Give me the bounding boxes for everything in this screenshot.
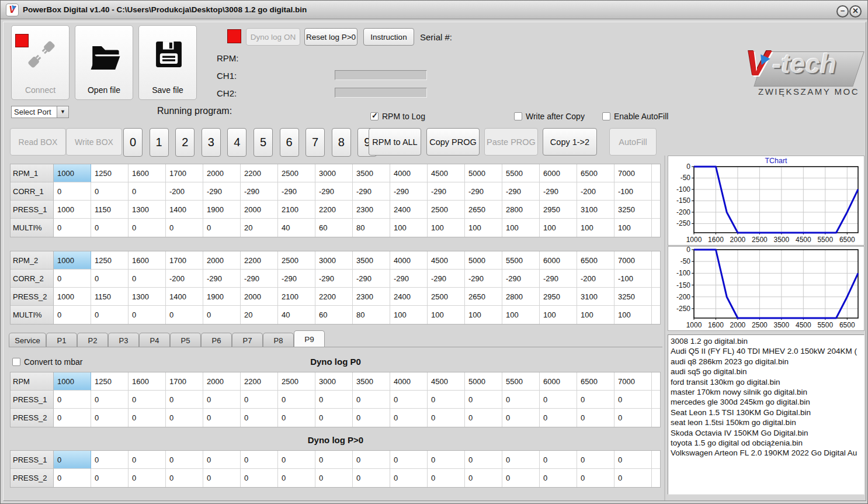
digit-button-4[interactable]: 4 bbox=[227, 128, 246, 157]
rpm-to-log-checkbox-box[interactable] bbox=[370, 112, 379, 120]
table-cell[interactable]: 0 bbox=[129, 391, 166, 409]
table-cell[interactable]: 2200 bbox=[241, 251, 278, 270]
tab-p5[interactable]: P5 bbox=[170, 333, 201, 347]
table-cell[interactable]: -100 bbox=[614, 270, 652, 288]
tab-p4[interactable]: P4 bbox=[139, 333, 170, 347]
file-item[interactable]: audi q8 286km 2023 go digital.bin bbox=[671, 357, 862, 367]
table-cell[interactable]: 2500 bbox=[428, 288, 465, 306]
tab-p7[interactable]: P7 bbox=[232, 333, 263, 347]
table-cell[interactable]: 0 bbox=[315, 469, 353, 487]
table-cell[interactable]: 4000 bbox=[390, 251, 428, 270]
file-item[interactable]: audi sq5 go digital.bin bbox=[671, 367, 862, 377]
table-cell[interactable]: -200 bbox=[577, 270, 614, 288]
table-cell[interactable]: 2300 bbox=[353, 201, 390, 219]
table-cell[interactable]: 0 bbox=[91, 391, 129, 409]
table-cell[interactable]: 0 bbox=[465, 409, 502, 427]
table-cell[interactable]: -290 bbox=[353, 270, 390, 288]
table-cell[interactable]: 0 bbox=[502, 409, 540, 427]
table-cell[interactable]: 1150 bbox=[91, 201, 129, 219]
table-cell[interactable]: 0 bbox=[428, 451, 465, 469]
table-cell[interactable]: 2200 bbox=[241, 372, 278, 391]
table-cell[interactable]: -200 bbox=[577, 182, 614, 201]
table-cell[interactable]: 0 bbox=[241, 391, 278, 409]
file-item[interactable]: mercedes gle 300d 245km go digital.bin bbox=[671, 397, 862, 407]
table-cell[interactable]: 0 bbox=[91, 469, 129, 487]
paste-prog-button[interactable]: Paste PROG bbox=[484, 128, 538, 156]
dyno-log-on-button[interactable]: Dyno log ON bbox=[246, 28, 300, 46]
table-cell[interactable]: 2000 bbox=[203, 372, 241, 391]
table-cell[interactable]: 100 bbox=[577, 219, 614, 237]
write-after-copy-checkbox[interactable]: Write after Copy bbox=[514, 112, 585, 121]
table-cell[interactable]: 2000 bbox=[203, 164, 241, 182]
table-cell[interactable]: 2950 bbox=[540, 201, 577, 219]
table-cell[interactable]: -290 bbox=[241, 182, 278, 201]
table-cell[interactable]: 0 bbox=[129, 270, 166, 288]
table-cell[interactable]: -290 bbox=[390, 270, 428, 288]
table-cell[interactable]: 1700 bbox=[166, 164, 203, 182]
table-cell[interactable]: 0 bbox=[502, 469, 540, 487]
digit-button-1[interactable]: 1 bbox=[150, 128, 169, 157]
table-cell[interactable]: 0 bbox=[465, 469, 502, 487]
table-cell[interactable]: 4500 bbox=[428, 164, 465, 182]
table-cell[interactable]: 0 bbox=[540, 409, 577, 427]
close-button[interactable]: ✕ bbox=[849, 5, 862, 18]
digit-button-7[interactable]: 7 bbox=[305, 128, 325, 157]
tab-p6[interactable]: P6 bbox=[201, 333, 232, 347]
table-cell[interactable]: 6500 bbox=[577, 372, 614, 391]
table-cell[interactable]: 2200 bbox=[241, 164, 278, 182]
table-cell[interactable]: 2500 bbox=[428, 201, 465, 219]
table-cell[interactable]: 0 bbox=[91, 219, 129, 237]
table-cell[interactable]: 0 bbox=[91, 182, 129, 201]
table-cell[interactable]: 0 bbox=[428, 391, 465, 409]
table-cell[interactable]: 2400 bbox=[390, 201, 428, 219]
table-cell[interactable]: 0 bbox=[614, 469, 652, 487]
table-cell[interactable]: 0 bbox=[166, 391, 203, 409]
table-cell[interactable]: 1250 bbox=[91, 164, 129, 182]
table-cell[interactable]: 0 bbox=[614, 391, 652, 409]
table-cell[interactable]: 0 bbox=[241, 469, 278, 487]
minimize-button[interactable]: − bbox=[836, 5, 849, 18]
table-cell[interactable]: -100 bbox=[614, 182, 652, 201]
table-cell[interactable]: 3250 bbox=[614, 201, 652, 219]
table-cell[interactable]: 20 bbox=[241, 306, 278, 324]
table-cell[interactable]: 0 bbox=[315, 451, 353, 469]
table-cell[interactable]: 0 bbox=[465, 391, 502, 409]
table-cell[interactable]: -200 bbox=[166, 182, 203, 201]
table-cell[interactable]: 0 bbox=[614, 409, 652, 427]
table-cell[interactable]: 2200 bbox=[315, 201, 353, 219]
table-cell[interactable]: 0 bbox=[54, 219, 91, 237]
table-cell[interactable]: -290 bbox=[540, 182, 577, 201]
table-cell[interactable]: 0 bbox=[428, 409, 465, 427]
table-cell[interactable]: -290 bbox=[502, 182, 540, 201]
table-cell[interactable]: 4000 bbox=[390, 372, 428, 391]
table-cell[interactable]: 4500 bbox=[428, 372, 465, 391]
table-cell[interactable]: 0 bbox=[54, 306, 91, 324]
table-cell[interactable]: 6000 bbox=[540, 251, 577, 270]
table-cell[interactable]: 0 bbox=[315, 409, 353, 427]
table-cell[interactable]: 0 bbox=[54, 451, 91, 469]
table-cell[interactable]: 0 bbox=[129, 306, 166, 324]
tab-p9[interactable]: P9 bbox=[294, 330, 325, 347]
table-cell[interactable]: 0 bbox=[278, 469, 315, 487]
table-cell[interactable]: -290 bbox=[278, 270, 315, 288]
table-cell[interactable]: 0 bbox=[428, 469, 465, 487]
table-cell[interactable]: -290 bbox=[353, 182, 390, 201]
table-cell[interactable]: -290 bbox=[502, 270, 540, 288]
table-cell[interactable]: 1900 bbox=[203, 201, 241, 219]
table-cell[interactable]: 0 bbox=[129, 469, 166, 487]
table-cell[interactable]: -290 bbox=[315, 182, 353, 201]
table-cell[interactable]: 4000 bbox=[390, 164, 428, 182]
table-cell[interactable]: 80 bbox=[353, 306, 390, 324]
table-cell[interactable]: 1700 bbox=[166, 372, 203, 391]
table-cell[interactable]: 0 bbox=[166, 451, 203, 469]
table-cell[interactable]: 1000 bbox=[54, 251, 91, 270]
file-item[interactable]: Volkswagen Arteon FL 2.0 190KM 2022 Go D… bbox=[671, 448, 862, 458]
table-cell[interactable]: 3000 bbox=[315, 164, 353, 182]
table-cell[interactable]: 3100 bbox=[577, 288, 614, 306]
port-select[interactable]: Select Port ▼ bbox=[11, 106, 69, 118]
table-cell[interactable]: 0 bbox=[91, 409, 129, 427]
table-cell[interactable]: 0 bbox=[353, 469, 390, 487]
table-cell[interactable]: 0 bbox=[91, 270, 129, 288]
save-file-button[interactable]: Save file bbox=[138, 25, 197, 100]
table-cell[interactable]: -290 bbox=[390, 182, 428, 201]
